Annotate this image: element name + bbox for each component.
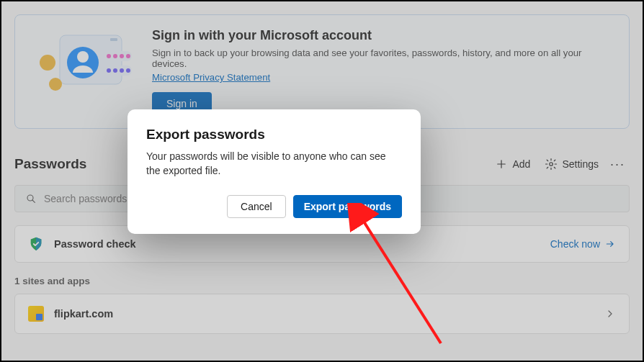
dialog-body: Your passwords will be visible to anyone…: [146, 150, 402, 178]
export-passwords-dialog: Export passwords Your passwords will be …: [128, 109, 421, 234]
dialog-title: Export passwords: [146, 127, 402, 142]
cancel-button[interactable]: Cancel: [227, 195, 286, 218]
export-passwords-button[interactable]: Export passwords: [293, 195, 402, 218]
